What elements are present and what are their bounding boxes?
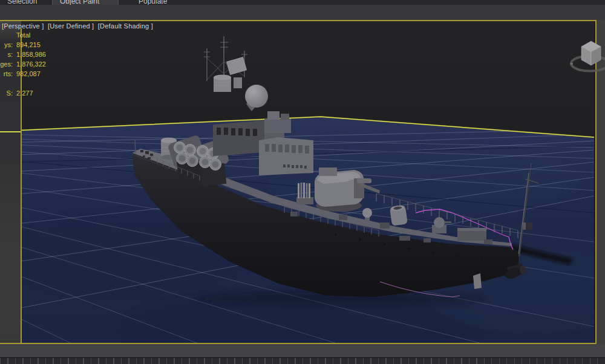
- tube-cap: [210, 159, 221, 171]
- viewport-label-lighting[interactable]: [User Defined ]: [48, 22, 94, 30]
- viewport-label-view[interactable]: [Perspective ]: [2, 22, 44, 30]
- stats-tris-value: 1,858,986: [16, 50, 46, 59]
- tube-cap: [187, 155, 198, 167]
- stats-polys-value: 894,215: [16, 40, 41, 50]
- stats-fps-label: S:: [0, 88, 13, 98]
- viewport-label[interactable]: [Perspective ] [User Defined ] [Default …: [2, 22, 153, 30]
- tube-cap: [200, 157, 211, 168]
- tube-cap: [177, 153, 188, 164]
- status-strip: [0, 344, 605, 357]
- stats-verts-value: 982,087: [16, 69, 41, 79]
- funnel: [390, 204, 408, 226]
- tab-object-paint[interactable]: Object Paint: [60, 0, 99, 5]
- stats-edges-label: ges:: [0, 59, 13, 69]
- stats-header: Total: [16, 30, 30, 40]
- stats-tris-label: s:: [0, 50, 13, 59]
- view-cube-body[interactable]: [581, 41, 601, 65]
- tube-cap: [197, 146, 209, 157]
- scene-canvas[interactable]: [0, 20, 597, 344]
- stats-edges-value: 1,876,322: [16, 59, 46, 69]
- ribbon-tab-bar: Selection Object Paint Populate: [0, 0, 605, 5]
- stats-fps-value: 2.277: [16, 88, 33, 98]
- stats-verts-label: rts:: [0, 69, 13, 79]
- view-cube[interactable]: [569, 33, 605, 76]
- stats-polys-label: ys:: [0, 40, 13, 50]
- left-viewport-horizon-line: [0, 131, 21, 132]
- timeline-track-bar[interactable]: [0, 357, 605, 364]
- tab-selection[interactable]: Selection: [7, 0, 37, 5]
- viewport-label-shading[interactable]: [Default Shading ]: [98, 22, 153, 30]
- tab-populate[interactable]: Populate: [139, 0, 167, 5]
- tube-cap: [174, 142, 186, 154]
